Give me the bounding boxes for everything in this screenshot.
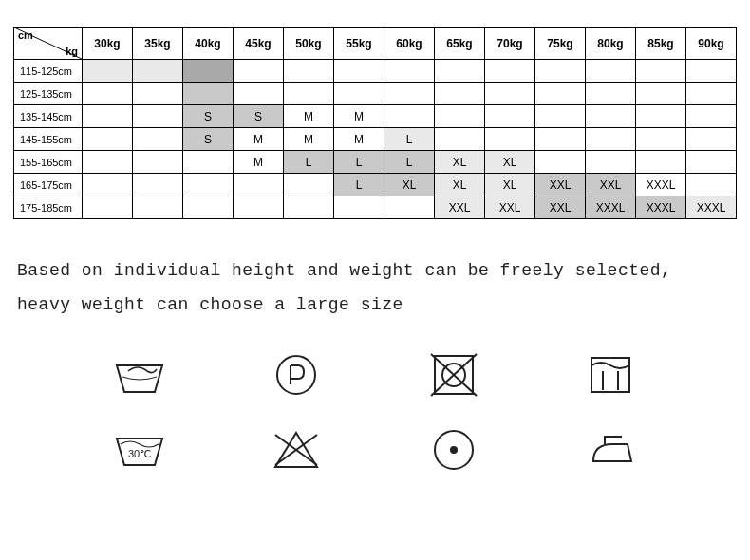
size-cell: XXL bbox=[485, 196, 535, 219]
size-cell: XL bbox=[435, 151, 485, 174]
size-cell bbox=[485, 105, 535, 128]
table-row: 125-135cm bbox=[14, 83, 737, 105]
size-cell: XXXL bbox=[636, 174, 686, 196]
weight-col-header: 85kg bbox=[636, 28, 686, 60]
size-cell bbox=[384, 105, 435, 128]
size-cell bbox=[183, 83, 234, 105]
tumble-dry-low-icon bbox=[423, 423, 484, 481]
size-cell bbox=[686, 83, 737, 105]
height-row-header: 175-185cm bbox=[14, 196, 83, 219]
size-cell bbox=[686, 60, 737, 83]
size-cell bbox=[535, 105, 586, 128]
size-cell: XL bbox=[384, 174, 435, 196]
size-cell bbox=[485, 128, 535, 151]
size-cell bbox=[183, 174, 234, 196]
size-cell: XXXL bbox=[636, 196, 686, 219]
size-cell bbox=[83, 60, 133, 83]
size-cell bbox=[686, 174, 737, 196]
size-cell bbox=[686, 105, 737, 128]
size-cell bbox=[234, 60, 284, 83]
size-cell bbox=[133, 60, 183, 83]
size-cell bbox=[636, 83, 686, 105]
size-cell bbox=[435, 83, 485, 105]
size-cell bbox=[133, 83, 183, 105]
note-line-2: heavy weight can choose a large size bbox=[17, 295, 403, 314]
svg-point-13 bbox=[451, 447, 457, 453]
size-cell bbox=[183, 151, 234, 174]
care-icons-row-1 bbox=[13, 348, 737, 406]
table-row: 165-175cmLXLXLXLXXLXXLXXXL bbox=[14, 174, 737, 196]
size-cell bbox=[284, 83, 334, 105]
corner-cell: cm kg bbox=[14, 28, 83, 60]
note-line-1: Based on individual height and weight ca… bbox=[17, 261, 671, 280]
size-cell bbox=[183, 196, 234, 219]
dryclean-p-icon bbox=[266, 348, 327, 406]
size-cell bbox=[133, 151, 183, 174]
weight-col-header: 60kg bbox=[384, 28, 435, 60]
size-cell bbox=[334, 196, 384, 219]
size-cell bbox=[586, 60, 636, 83]
wash-30-icon: 30℃ bbox=[109, 423, 170, 481]
do-not-tumble-dry-icon bbox=[423, 348, 484, 406]
size-cell bbox=[284, 174, 334, 196]
height-row-header: 135-145cm bbox=[14, 105, 83, 128]
svg-point-1 bbox=[277, 356, 315, 394]
size-cell bbox=[636, 105, 686, 128]
unit-cm: cm bbox=[18, 29, 33, 41]
size-cell: XXL bbox=[535, 196, 586, 219]
size-cell: XXXL bbox=[686, 196, 737, 219]
weight-col-header: 70kg bbox=[485, 28, 535, 60]
iron-icon bbox=[580, 423, 641, 481]
size-cell bbox=[334, 60, 384, 83]
size-cell bbox=[485, 83, 535, 105]
size-cell bbox=[384, 83, 435, 105]
size-cell bbox=[83, 151, 133, 174]
size-cell bbox=[535, 83, 586, 105]
size-cell bbox=[686, 151, 737, 174]
weight-col-header: 45kg bbox=[234, 28, 284, 60]
svg-text:30℃: 30℃ bbox=[128, 448, 151, 459]
size-cell bbox=[133, 128, 183, 151]
size-cell: XXL bbox=[435, 196, 485, 219]
size-cell bbox=[535, 60, 586, 83]
size-cell: XXL bbox=[586, 174, 636, 196]
size-cell bbox=[83, 105, 133, 128]
size-cell bbox=[284, 60, 334, 83]
size-cell bbox=[586, 128, 636, 151]
size-cell: XXL bbox=[535, 174, 586, 196]
size-cell bbox=[83, 83, 133, 105]
size-cell bbox=[384, 60, 435, 83]
size-cell: XL bbox=[485, 151, 535, 174]
weight-col-header: 30kg bbox=[83, 28, 133, 60]
weight-col-header: 40kg bbox=[183, 28, 234, 60]
table-row: 115-125cm bbox=[14, 60, 737, 83]
size-cell bbox=[83, 196, 133, 219]
size-cell: M bbox=[334, 128, 384, 151]
size-chart-table: cm kg 30kg35kg40kg45kg50kg55kg60kg65kg70… bbox=[13, 27, 737, 219]
size-cell: XXXL bbox=[586, 196, 636, 219]
size-cell bbox=[284, 196, 334, 219]
size-cell: L bbox=[384, 128, 435, 151]
size-cell: XL bbox=[485, 174, 535, 196]
size-cell bbox=[535, 151, 586, 174]
table-row: 145-155cmSMMML bbox=[14, 128, 737, 151]
size-cell: L bbox=[384, 151, 435, 174]
size-cell bbox=[83, 174, 133, 196]
size-note: Based on individual height and weight ca… bbox=[17, 253, 737, 322]
size-cell: XL bbox=[435, 174, 485, 196]
weight-col-header: 75kg bbox=[535, 28, 586, 60]
size-cell bbox=[83, 128, 133, 151]
size-cell: M bbox=[234, 128, 284, 151]
size-cell bbox=[133, 174, 183, 196]
size-cell bbox=[183, 60, 234, 83]
size-cell bbox=[686, 128, 737, 151]
size-cell bbox=[234, 196, 284, 219]
size-cell bbox=[636, 128, 686, 151]
size-cell: S bbox=[234, 105, 284, 128]
weight-col-header: 50kg bbox=[284, 28, 334, 60]
size-cell: S bbox=[183, 105, 234, 128]
table-row: 155-165cmMLLLXLXL bbox=[14, 151, 737, 174]
size-cell bbox=[586, 83, 636, 105]
unit-kg: kg bbox=[66, 46, 78, 57]
size-cell: S bbox=[183, 128, 234, 151]
